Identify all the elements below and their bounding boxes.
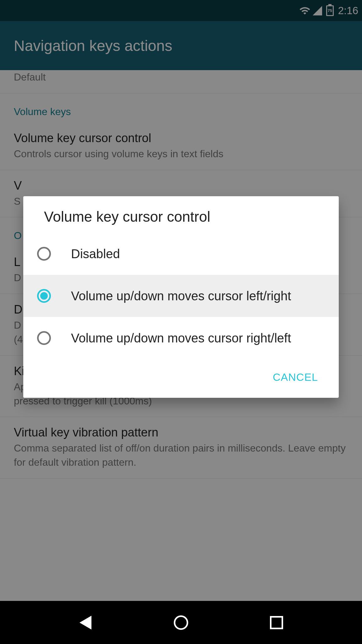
radio-label: Disabled bbox=[71, 245, 120, 262]
radio-label: Volume up/down moves cursor left/right bbox=[71, 287, 291, 304]
back-icon bbox=[80, 616, 91, 630]
navigation-bar bbox=[0, 601, 362, 644]
radio-label: Volume up/down moves cursor right/left bbox=[71, 330, 291, 347]
dialog-title: Volume key cursor control bbox=[23, 196, 339, 233]
home-icon bbox=[174, 615, 188, 630]
radio-option-disabled[interactable]: Disabled bbox=[23, 233, 339, 275]
home-button[interactable] bbox=[172, 613, 190, 632]
radio-icon bbox=[37, 331, 51, 345]
recent-icon bbox=[270, 616, 283, 629]
recent-apps-button[interactable] bbox=[267, 613, 286, 632]
radio-icon bbox=[37, 289, 51, 303]
cancel-button[interactable]: CANCEL bbox=[266, 366, 325, 388]
dialog-volume-cursor: Volume key cursor control Disabled Volum… bbox=[23, 196, 339, 398]
radio-option-left-right[interactable]: Volume up/down moves cursor left/right bbox=[23, 275, 339, 317]
radio-icon bbox=[37, 247, 51, 261]
back-button[interactable] bbox=[76, 613, 95, 632]
radio-option-right-left[interactable]: Volume up/down moves cursor right/left bbox=[23, 317, 339, 359]
dialog-actions: CANCEL bbox=[23, 359, 339, 398]
